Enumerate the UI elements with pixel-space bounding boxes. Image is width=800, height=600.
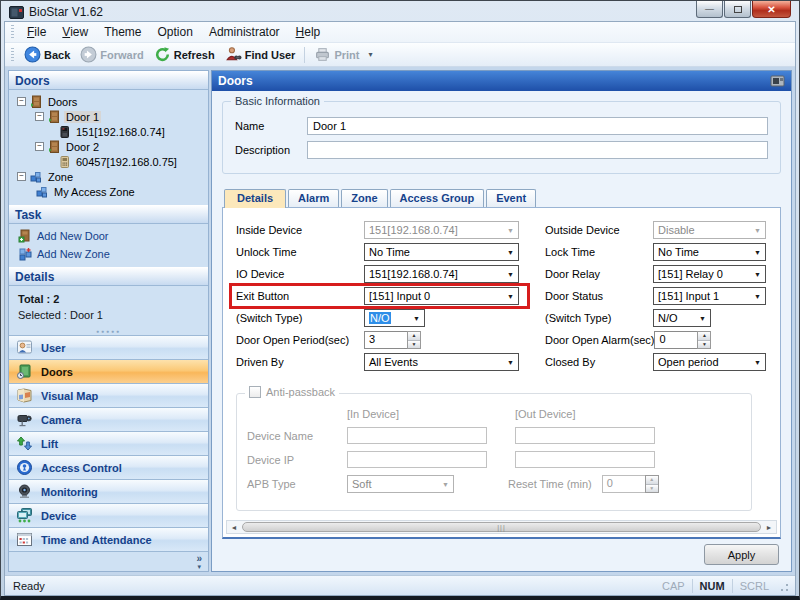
menu-file[interactable]: File — [19, 23, 54, 41]
tree-item-zone[interactable]: − Zone — [11, 169, 206, 184]
in-device-ip-input[interactable] — [347, 451, 487, 468]
in-device-name-input[interactable] — [347, 427, 487, 444]
collapse-icon[interactable]: − — [35, 112, 44, 121]
scrollbar-thumb[interactable]: ||| — [242, 522, 761, 532]
collapse-icon[interactable]: − — [17, 97, 26, 106]
sidebar-splitter[interactable]: ●●●●● — [9, 327, 208, 335]
reset-time-stepper[interactable]: 0 ▲▼ — [602, 475, 659, 493]
unlock-time-select[interactable]: No Time▼ — [364, 243, 519, 261]
back-button[interactable]: Back — [19, 45, 75, 64]
spin-up-icon[interactable]: ▲ — [646, 476, 658, 485]
tree-item-door-1[interactable]: − Door 1 — [11, 109, 206, 124]
menu-grip — [11, 25, 14, 39]
nav-user[interactable]: User — [9, 336, 208, 360]
print-button[interactable]: Print — [309, 45, 364, 64]
group-legend: Basic Information — [231, 95, 324, 107]
chevron-down-icon: ▼ — [699, 315, 706, 322]
spin-down-icon[interactable]: ▼ — [646, 485, 658, 493]
find-user-button[interactable]: Find User — [220, 45, 301, 64]
toolbar-overflow-button[interactable]: ▾ — [364, 52, 376, 58]
tree-item-doors[interactable]: − Doors — [11, 94, 206, 109]
add-new-zone-link[interactable]: Add New Zone — [9, 245, 208, 263]
menu-administrator[interactable]: Administrator — [201, 23, 288, 41]
door-open-alarm-label: Door Open Alarm(sec) — [545, 334, 654, 346]
menu-help[interactable]: Help — [288, 23, 329, 41]
door-icon — [29, 95, 43, 109]
chevron-down-icon: ▼ — [754, 271, 761, 278]
close-button[interactable]: ✕ — [752, 1, 791, 18]
collapse-icon[interactable]: − — [35, 142, 44, 151]
menu-view[interactable]: View — [54, 23, 96, 41]
nav-time-attendance[interactable]: Time and Attendance — [9, 528, 208, 552]
scroll-right-icon[interactable]: ► — [762, 521, 776, 533]
nav-device[interactable]: Device — [9, 504, 208, 528]
door-status-select[interactable]: [151] Input 1▼ — [653, 287, 766, 305]
anti-passback-label: Anti-passback — [266, 386, 335, 398]
apb-type-select[interactable]: Soft▼ — [347, 475, 454, 493]
form-left-column: Inside Device 151[192.168.0.74]▼ Unlock … — [236, 221, 519, 375]
tab-event[interactable]: Event — [486, 189, 536, 207]
tab-zone[interactable]: Zone — [341, 189, 387, 207]
outside-device-select[interactable]: Disable▼ — [653, 221, 766, 239]
tab-alarm[interactable]: Alarm — [288, 189, 339, 207]
configure-buttons-icon[interactable]: »▾ — [196, 554, 202, 570]
nav-lift[interactable]: Lift — [9, 432, 208, 456]
tab-access-group[interactable]: Access Group — [390, 189, 485, 207]
exit-button-select[interactable]: [151] Input 0▼ — [364, 287, 519, 305]
chevron-down-icon: ▼ — [507, 249, 514, 256]
door-open-period-stepper[interactable]: 3 ▲▼ — [364, 331, 421, 349]
doors-tree: − Doors − — [9, 90, 208, 205]
toolbar-grip — [11, 48, 14, 62]
device-icon — [57, 155, 71, 169]
switch-type-right-select[interactable]: N/O▼ — [653, 309, 711, 327]
forward-icon — [80, 46, 97, 63]
nav-visual-map[interactable]: Visual Map — [9, 384, 208, 408]
refresh-button[interactable]: Refresh — [149, 45, 220, 64]
driven-by-select[interactable]: All Events▼ — [364, 353, 519, 371]
out-device-ip-input[interactable] — [515, 451, 655, 468]
spin-down-icon[interactable]: ▼ — [408, 341, 420, 349]
nav-doors[interactable]: Doors — [9, 360, 208, 384]
door-relay-select[interactable]: [151] Relay 0▼ — [653, 265, 766, 283]
tree-item-door-2[interactable]: − Door 2 — [11, 139, 206, 154]
panel-monitor-icon[interactable] — [770, 75, 785, 88]
description-input[interactable] — [307, 141, 768, 159]
caps-lock-indicator: CAP — [662, 580, 685, 592]
apply-button[interactable]: Apply — [704, 544, 779, 565]
switch-type-select[interactable]: N/O▼ — [364, 309, 425, 327]
tree-item-device-60457[interactable]: 60457[192.168.0.75] — [11, 154, 206, 169]
tab-details[interactable]: Details — [224, 189, 286, 208]
add-new-door-link[interactable]: Add New Door — [9, 227, 208, 245]
nav-access-control[interactable]: Access Control — [9, 456, 208, 480]
inside-device-select[interactable]: 151[192.168.0.74]▼ — [364, 221, 519, 239]
collapse-icon[interactable]: − — [17, 172, 26, 181]
menu-theme[interactable]: Theme — [96, 23, 149, 41]
closed-by-select[interactable]: Open period▼ — [653, 353, 766, 371]
io-device-select[interactable]: 151[192.168.0.74]▼ — [364, 265, 519, 283]
tree-item-my-access-zone[interactable]: My Access Zone — [11, 184, 206, 199]
resize-grip[interactable] — [777, 580, 789, 592]
sidebar: Doors − Doors − — [8, 70, 209, 572]
out-device-name-input[interactable] — [515, 427, 655, 444]
spin-up-icon[interactable]: ▲ — [408, 332, 420, 341]
spin-up-icon[interactable]: ▲ — [698, 332, 710, 341]
user-icon — [16, 339, 33, 356]
lock-time-select[interactable]: No Time▼ — [653, 243, 766, 261]
access-control-icon — [16, 459, 33, 476]
menu-option[interactable]: Option — [150, 23, 201, 41]
nav-camera[interactable]: Camera — [9, 408, 208, 432]
scroll-left-icon[interactable]: ◄ — [227, 521, 241, 533]
nav-monitoring[interactable]: Monitoring — [9, 480, 208, 504]
minimize-button[interactable]: — — [696, 1, 723, 18]
outside-device-label: Outside Device — [545, 224, 653, 236]
name-input[interactable] — [307, 117, 768, 135]
details-summary: Total : 2 Selected : Door 1 — [9, 286, 208, 327]
anti-passback-checkbox[interactable] — [249, 386, 261, 398]
horizontal-scrollbar[interactable]: ◄ ||| ► — [226, 520, 777, 534]
maximize-button[interactable] — [724, 1, 751, 18]
door-open-alarm-stepper[interactable]: 0 ▲▼ — [654, 331, 711, 349]
tree-item-device-151[interactable]: 151[192.168.0.74] — [11, 124, 206, 139]
spin-down-icon[interactable]: ▼ — [698, 341, 710, 349]
camera-icon — [16, 411, 33, 428]
forward-button[interactable]: Forward — [75, 45, 148, 64]
